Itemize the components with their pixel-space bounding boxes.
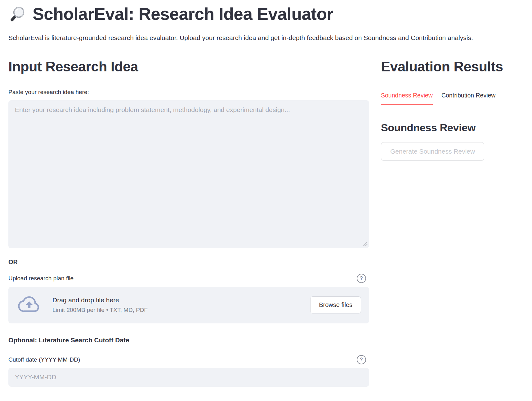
uploader-label-row: Upload research plan file ? (8, 274, 369, 283)
uploader-texts: Drag and drop file here Limit 200MB per … (52, 296, 148, 313)
evaluation-results-section: Evaluation Results Soundness Review Cont… (381, 58, 532, 387)
page-title-text: ScholarEval: Research Idea Evaluator (33, 3, 333, 25)
idea-textarea-container (8, 100, 369, 248)
cutoff-section-heading: Optional: Literature Search Cutoff Date (8, 336, 369, 344)
or-divider-text: OR (8, 259, 369, 266)
generate-soundness-review-button[interactable]: Generate Soundness Review (381, 142, 484, 161)
drag-drop-text: Drag and drop file here (52, 296, 148, 304)
input-research-idea-section: Input Research Idea Paste your research … (8, 58, 369, 387)
main-columns: Input Research Idea Paste your research … (8, 58, 532, 387)
uploader-help-icon[interactable]: ? (357, 274, 366, 283)
results-tabbar: Soundness Review Contribution Review (381, 92, 532, 104)
app-header: ScholarEval: Research Idea Evaluator Sch… (8, 0, 532, 42)
resize-handle-icon[interactable] (363, 241, 368, 246)
input-section-heading: Input Research Idea (8, 58, 369, 75)
file-uploader-label: Upload research plan file (8, 275, 74, 282)
app-root: ScholarEval: Research Idea Evaluator Sch… (0, 0, 532, 387)
tab-contribution-review[interactable]: Contribution Review (441, 92, 496, 105)
magnifier-icon (8, 5, 26, 23)
idea-textarea-label: Paste your research idea here: (8, 89, 369, 96)
cutoff-label-row: Cutoff date (YYYY-MM-DD) ? (8, 355, 369, 364)
cloud-upload-icon (17, 295, 41, 315)
results-section-heading: Evaluation Results (381, 58, 532, 75)
research-idea-textarea[interactable] (8, 100, 369, 248)
soundness-review-heading: Soundness Review (381, 122, 532, 134)
browse-files-button[interactable]: Browse files (310, 296, 361, 313)
file-uploader-dropzone[interactable]: Drag and drop file here Limit 200MB per … (8, 287, 369, 323)
file-limit-text: Limit 200MB per file • TXT, MD, PDF (52, 307, 148, 313)
cutoff-help-icon[interactable]: ? (357, 355, 366, 364)
cutoff-date-input[interactable] (8, 368, 369, 387)
page-title: ScholarEval: Research Idea Evaluator (8, 0, 532, 25)
tab-soundness-review[interactable]: Soundness Review (381, 92, 433, 105)
cutoff-date-label: Cutoff date (YYYY-MM-DD) (8, 356, 80, 363)
app-description: ScholarEval is literature-grounded resea… (8, 34, 532, 42)
